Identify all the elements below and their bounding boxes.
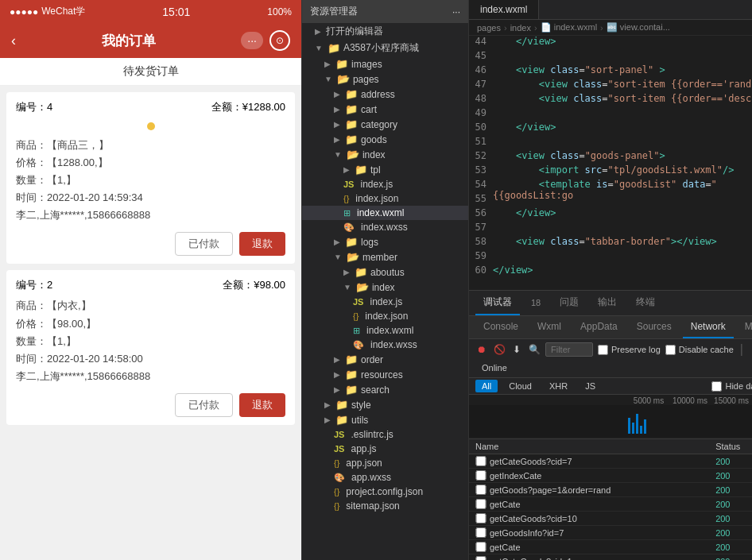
folder-utils[interactable]: ▶ 📁 utils (302, 412, 468, 427)
breadcrumb-pages: pages (477, 23, 501, 33)
project-section[interactable]: ▼ 📁 A3587小程序商城 (302, 40, 468, 56)
network-row-1[interactable]: getCateGoods?cid=7 200 xhr (469, 454, 752, 469)
file-appwxss[interactable]: 🎨 app.wxss (302, 470, 468, 485)
folder-pages[interactable]: ▼ 📂 pages (302, 71, 468, 87)
folder-resources[interactable]: ▶ 📁 resources (302, 367, 468, 382)
folder-search[interactable]: ▶ 📁 search (302, 382, 468, 397)
file-appjs[interactable]: JS app.js (302, 442, 468, 456)
tab-wxml[interactable]: Wxml (529, 316, 569, 338)
tab-sources[interactable]: Sources (629, 316, 680, 338)
folder-aboutus[interactable]: ▶ 📁 aboutus (302, 265, 468, 280)
tab-console[interactable]: Console (475, 316, 526, 338)
folder-style[interactable]: ▶ 📁 style (302, 397, 468, 412)
network-row-5[interactable]: getCateGoods?cid=10 200 xhr (469, 512, 752, 526)
clear-icon[interactable]: 🚫 (493, 343, 506, 356)
price-label-2: 价格：【98.00,】 (16, 315, 285, 333)
code-line-56: 56 </view> (469, 207, 752, 222)
file-eslint[interactable]: JS .eslintrc.js (302, 427, 468, 442)
row-checkbox[interactable] (475, 499, 486, 509)
row-checkbox[interactable] (475, 470, 486, 481)
folder-goods[interactable]: ▶ 📁 goods (302, 132, 468, 147)
network-row-4[interactable]: getCate 200 xhr (469, 497, 752, 512)
code-line-49: 49 (469, 107, 752, 122)
preserve-log-checkbox[interactable] (598, 345, 608, 355)
file-member-index-json[interactable]: {} index.json (302, 309, 468, 323)
file-project-config[interactable]: {} project.config.json (302, 485, 468, 499)
folder-logs[interactable]: ▶ 📁 logs (302, 234, 468, 249)
network-row-3[interactable]: getGoods?page=1&order=rand 200 xhr (469, 483, 752, 497)
refund-button-2[interactable]: 退款 (239, 393, 285, 417)
tab-appdata[interactable]: AppData (572, 316, 626, 338)
row-checkbox[interactable] (475, 513, 486, 523)
filter-cloud[interactable]: Cloud (502, 380, 538, 392)
more-button[interactable]: ··· (241, 32, 263, 49)
tab-badge[interactable]: 18 (523, 293, 548, 314)
folder-cart[interactable]: ▶ 📁 cart (302, 102, 468, 117)
row-checkbox[interactable] (475, 542, 486, 552)
row-checkbox[interactable] (475, 527, 486, 538)
folder-index-pages[interactable]: ▼ 📂 index (302, 147, 468, 162)
folder-tpl[interactable]: ▶ 📁 tpl (302, 162, 468, 177)
file-name: index.wxml (366, 325, 413, 336)
page-title: 我的订单 (102, 32, 156, 50)
paid-button-2[interactable]: 已付款 (175, 393, 233, 417)
file-index-js[interactable]: JS index.js (302, 177, 468, 191)
tab-memory[interactable]: Memory (737, 316, 752, 338)
folder-address[interactable]: ▶ 📁 address (302, 87, 468, 102)
folder-images[interactable]: ▶ 📁 images (302, 56, 468, 71)
scan-button[interactable]: ⊙ (269, 30, 290, 51)
file-index-wxml[interactable]: ⊞ index.wxml (302, 206, 468, 220)
filter-xhr[interactable]: XHR (543, 380, 574, 392)
file-sitemap[interactable]: {} sitemap.json (302, 499, 468, 513)
row-checkbox[interactable] (475, 556, 486, 560)
online-option[interactable]: Online (475, 361, 514, 374)
file-panel-menu[interactable]: ··· (452, 6, 460, 17)
file-appjson[interactable]: {} app.json (302, 456, 468, 470)
filter-icon[interactable]: ⬇ (510, 343, 523, 356)
folder-category[interactable]: ▶ 📁 category (302, 117, 468, 132)
file-member-index-wxss[interactable]: 🎨 index.wxss (302, 338, 468, 352)
wxss-file-icon: 🎨 (334, 473, 345, 483)
folder-order[interactable]: ▶ 📁 order (302, 352, 468, 367)
record-icon[interactable]: ⏺ (475, 343, 488, 356)
network-row-7[interactable]: getCate 200 xhr (469, 540, 752, 554)
file-member-index-js[interactable]: JS index.js (302, 295, 468, 309)
filter-all[interactable]: All (475, 380, 498, 392)
file-name: index.json (365, 311, 408, 322)
tab-debugger[interactable]: 调试器 (475, 291, 520, 315)
row-checkbox[interactable] (475, 456, 486, 466)
net-name: getCate (490, 500, 715, 509)
filter-js[interactable]: JS (579, 380, 602, 392)
file-index-wxss[interactable]: 🎨 index.wxss (302, 220, 468, 234)
refund-button-1[interactable]: 退款 (239, 232, 285, 256)
carrier-text: WeChat学 (41, 5, 85, 18)
address-label-1: 李二,上海******,15866668888 (16, 207, 285, 224)
folder-icon: 📁 (345, 353, 358, 365)
tab-output[interactable]: 输出 (590, 291, 625, 315)
network-row-8[interactable]: getCateGoods?cid=1 200 xhr (469, 554, 752, 560)
folder-member-index[interactable]: ▼ 📂 index (302, 280, 468, 295)
disable-cache-checkbox[interactable] (665, 345, 676, 355)
net-name: getCate (490, 543, 715, 552)
order-header-1: 编号：4 全额：¥1288.00 (16, 100, 285, 114)
file-index-json[interactable]: {} index.json (302, 191, 468, 206)
row-checkbox[interactable] (475, 485, 486, 495)
filter-input[interactable] (545, 342, 593, 357)
file-member-index-wxml[interactable]: ⊞ index.wxml (302, 323, 468, 338)
network-row-2[interactable]: getIndexCate 200 xhr (469, 469, 752, 483)
folder-member[interactable]: ▼ 📂 member (302, 249, 468, 265)
hide-data-urls-checkbox[interactable] (711, 381, 722, 392)
net-status: 200 (715, 543, 752, 552)
network-row-6[interactable]: getGoodsInfo?id=7 200 xhr (469, 526, 752, 540)
tab-network[interactable]: Network (683, 316, 734, 338)
back-button[interactable]: ‹ (11, 33, 16, 49)
filter-toolbar: All Cloud XHR JS Hide data URLs (469, 378, 752, 395)
signal-icon: ●●●●● (10, 6, 38, 17)
search-icon[interactable]: 🔍 (528, 343, 541, 356)
editor-section[interactable]: ▶ 打开的编辑器 (302, 23, 468, 40)
breadcrumb-sep2: › (534, 23, 537, 33)
tab-terminal[interactable]: 终端 (628, 291, 663, 315)
tab-issues[interactable]: 问题 (552, 291, 587, 315)
tab-index-wxml[interactable]: index.wxml (469, 0, 539, 19)
paid-button-1[interactable]: 已付款 (175, 232, 233, 256)
